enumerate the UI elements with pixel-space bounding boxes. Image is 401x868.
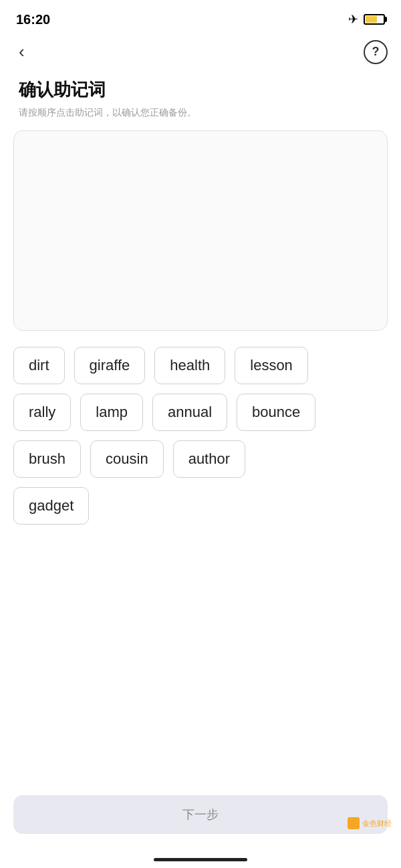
nav-bar: ‹ ? bbox=[0, 36, 401, 73]
status-time: 16:20 bbox=[16, 12, 50, 27]
watermark-text: 金色财经 bbox=[362, 819, 392, 829]
word-chip-brush[interactable]: brush bbox=[13, 440, 81, 478]
word-row-2: brush cousin author bbox=[13, 440, 388, 478]
word-row-0: dirt giraffe health lesson bbox=[13, 347, 388, 384]
word-chip-author[interactable]: author bbox=[173, 440, 245, 478]
word-chip-lamp[interactable]: lamp bbox=[80, 394, 143, 431]
word-row-3: gadget bbox=[13, 487, 388, 525]
watermark-icon bbox=[348, 817, 360, 829]
page-subtitle: 请按顺序点击助记词，以确认您正确备份。 bbox=[19, 106, 382, 120]
word-chip-annual[interactable]: annual bbox=[152, 394, 227, 431]
word-chip-health[interactable]: health bbox=[154, 347, 225, 384]
page-header: 确认助记词 请按顺序点击助记词，以确认您正确备份。 bbox=[0, 73, 401, 130]
word-chip-rally[interactable]: rally bbox=[13, 394, 71, 431]
battery-fill bbox=[366, 16, 377, 23]
help-button[interactable]: ? bbox=[364, 40, 388, 64]
bottom-area: 金色财经 下一步 bbox=[0, 795, 401, 868]
word-chip-bounce[interactable]: bounce bbox=[237, 394, 315, 431]
status-icons: ✈ bbox=[348, 12, 385, 27]
word-chip-dirt[interactable]: dirt bbox=[13, 347, 65, 384]
word-grid: dirt giraffe health lesson rally lamp an… bbox=[0, 347, 401, 525]
back-button[interactable]: ‹ bbox=[13, 39, 30, 65]
word-chip-lesson[interactable]: lesson bbox=[235, 347, 308, 384]
battery-icon bbox=[364, 14, 385, 25]
word-chip-giraffe[interactable]: giraffe bbox=[74, 347, 146, 384]
watermark: 金色财经 bbox=[348, 817, 392, 829]
word-input-area bbox=[13, 130, 388, 331]
home-indicator bbox=[154, 858, 247, 861]
page-title: 确认助记词 bbox=[19, 78, 382, 102]
word-row-1: rally lamp annual bounce bbox=[13, 394, 388, 431]
airplane-icon: ✈ bbox=[348, 12, 358, 27]
word-chip-gadget[interactable]: gadget bbox=[13, 487, 89, 525]
status-bar: 16:20 ✈ bbox=[0, 0, 401, 36]
word-chip-cousin[interactable]: cousin bbox=[90, 440, 164, 478]
next-button[interactable]: 下一步 bbox=[13, 795, 388, 834]
